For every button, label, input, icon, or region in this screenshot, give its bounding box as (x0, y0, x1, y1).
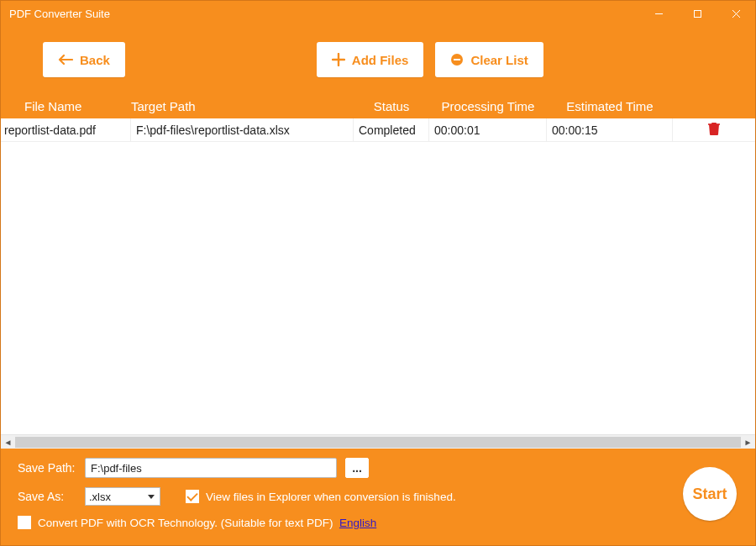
maximize-icon (693, 9, 702, 18)
close-button[interactable] (717, 1, 755, 26)
ocr-row: Convert PDF with OCR Technology. (Suitab… (18, 516, 742, 529)
bottom-panel: Save Path: ... Save As: .xlsx View files… (1, 449, 755, 545)
browse-button[interactable]: ... (345, 458, 369, 478)
table-row[interactable]: reportlist-data.pdf F:\pdf-files\reportl… (1, 118, 755, 142)
svg-rect-6 (708, 123, 720, 125)
toolbar: Back Add Files Clear List (1, 26, 755, 93)
horizontal-scrollbar[interactable]: ◄ ► (1, 434, 755, 449)
add-files-button-label: Add Files (352, 53, 409, 67)
save-as-row: Save As: .xlsx View files in Explorer wh… (18, 484, 742, 509)
ocr-language-link[interactable]: English (339, 517, 376, 529)
svg-rect-5 (454, 59, 460, 60)
file-table: reportlist-data.pdf F:\pdf-files\reportl… (1, 118, 755, 449)
browse-button-label: ... (352, 461, 362, 475)
scroll-left-icon: ◄ (1, 435, 15, 449)
cell-target-path: F:\pdf-files\reportlist-data.xlsx (131, 118, 354, 141)
minimize-icon (654, 9, 664, 18)
clear-list-button-label: Clear List (470, 53, 528, 67)
view-in-explorer-checkbox[interactable] (186, 490, 199, 503)
view-in-explorer-label: View files in Explorer when conversion i… (206, 491, 456, 503)
save-as-value: .xlsx (89, 491, 111, 503)
save-as-select[interactable]: .xlsx (85, 487, 160, 506)
scrollbar-thumb[interactable] (15, 437, 741, 448)
start-button[interactable]: Start (683, 467, 737, 521)
save-path-label: Save Path: (18, 461, 78, 475)
window-title: PDF Converter Suite (1, 8, 639, 20)
minimize-button[interactable] (639, 1, 678, 26)
scroll-right-icon: ► (741, 435, 755, 449)
save-path-row: Save Path: ... (18, 455, 742, 480)
trash-icon (708, 122, 720, 135)
back-button-label: Back (80, 53, 110, 67)
cell-processing-time: 00:00:01 (429, 118, 547, 141)
cell-estimated-time: 00:00:15 (547, 118, 673, 141)
cell-status: Completed (354, 118, 429, 141)
table-empty-area (1, 142, 755, 434)
save-path-input[interactable] (85, 458, 337, 478)
ocr-label: Convert PDF with OCR Technology. (Suitab… (38, 517, 376, 529)
window-controls (639, 1, 755, 26)
cell-delete (673, 122, 755, 138)
save-as-label: Save As: (18, 490, 78, 503)
svg-rect-1 (694, 10, 701, 17)
column-header-target: Target Path (131, 99, 354, 113)
title-bar: PDF Converter Suite (1, 1, 755, 26)
minus-circle-icon (450, 53, 464, 66)
arrow-left-icon (58, 54, 73, 66)
column-header-processing-time: Processing Time (429, 99, 547, 113)
app-window: PDF Converter Suite Back Add File (0, 0, 756, 546)
ocr-label-text: Convert PDF with OCR Technology. (Suitab… (38, 517, 333, 529)
add-files-button[interactable]: Add Files (317, 42, 424, 77)
column-header-file: File Name (1, 99, 131, 113)
scrollbar-track (15, 435, 741, 449)
table-header: File Name Target Path Status Processing … (1, 93, 755, 118)
cell-file-name: reportlist-data.pdf (1, 118, 131, 141)
column-header-estimated-time: Estimated Time (547, 99, 673, 113)
clear-list-button[interactable]: Clear List (435, 42, 543, 77)
maximize-button[interactable] (678, 1, 717, 26)
ocr-checkbox[interactable] (18, 516, 31, 529)
delete-row-button[interactable] (708, 122, 720, 138)
close-icon (732, 9, 741, 18)
back-button[interactable]: Back (43, 42, 125, 77)
start-button-label: Start (692, 486, 727, 503)
column-header-status: Status (354, 99, 429, 113)
plus-icon (332, 53, 345, 66)
